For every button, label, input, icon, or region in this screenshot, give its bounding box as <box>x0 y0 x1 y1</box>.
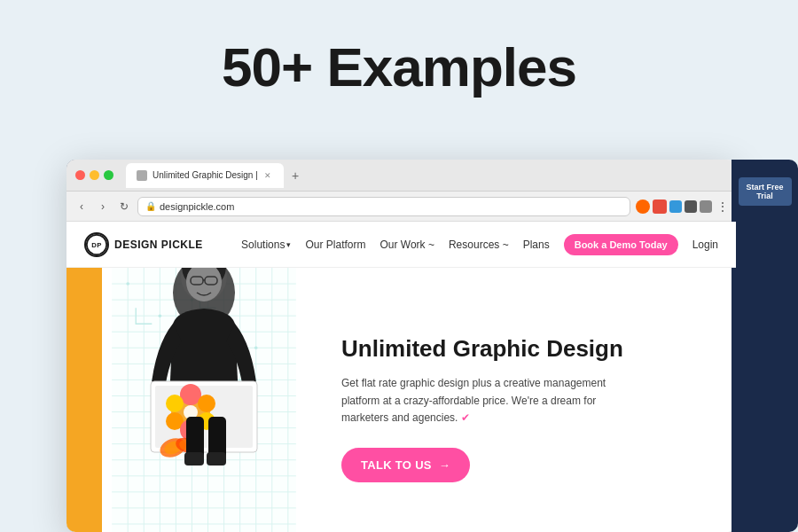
address-text: designpickle.com <box>160 201 234 212</box>
refresh-button[interactable]: ↻ <box>116 199 132 215</box>
tab-close-button[interactable]: ✕ <box>264 171 273 180</box>
person-graphic <box>102 268 306 532</box>
main-heading: 50+ Examples <box>0 0 798 125</box>
address-bar[interactable]: 🔒 designpickle.com <box>137 197 630 216</box>
extension-icon-4[interactable] <box>685 200 697 213</box>
free-trial-badge[interactable]: Start Free Trial <box>739 177 792 206</box>
site-navbar: DP DESIGN PICKLE Solutions ▾ Our Platfor… <box>66 222 736 268</box>
traffic-lights <box>75 170 113 180</box>
nav-plans[interactable]: Plans <box>523 239 550 251</box>
browser-extensions: ⋮ <box>636 200 729 214</box>
hero-image-area <box>102 268 306 532</box>
nav-cta-button[interactable]: Book a Demo Today <box>564 234 678 255</box>
menu-dots[interactable]: ⋮ <box>716 200 729 214</box>
traffic-light-green[interactable] <box>104 170 113 180</box>
hero-title: Unlimited Graphic Design <box>341 335 709 363</box>
arrow-icon: → <box>439 458 450 472</box>
svg-text:DP: DP <box>91 241 102 249</box>
nav-our-work[interactable]: Our Work ~ <box>379 239 434 251</box>
site-nav-links: Solutions ▾ Our Platform Our Work ~ Reso… <box>241 234 718 255</box>
hero-left-stripe <box>66 268 102 532</box>
cta-button-label: TALK TO US <box>361 458 432 472</box>
svg-point-53 <box>198 395 215 412</box>
tab-favicon <box>137 170 147 181</box>
browser-addressbar: ‹ › ↻ 🔒 designpickle.com ⋮ <box>66 192 736 222</box>
back-button[interactable]: ‹ <box>74 199 90 215</box>
nav-login-button[interactable]: Login <box>692 239 718 251</box>
lock-icon: 🔒 <box>145 201 156 211</box>
browser-window: Unlimited Graphic Design | Se... ✕ + ‹ ›… <box>66 160 736 532</box>
hero-right-content: Unlimited Graphic Design Get flat rate g… <box>306 268 736 532</box>
logo-text: DESIGN PICKLE <box>114 239 203 251</box>
traffic-light-red[interactable] <box>75 170 85 180</box>
new-tab-button[interactable]: + <box>287 168 303 184</box>
browser-tabs: Unlimited Graphic Design | Se... ✕ + <box>126 163 303 188</box>
check-icon: ✔ <box>461 411 470 424</box>
chevron-down-icon: ▾ <box>286 240 291 249</box>
browser-tab-active[interactable]: Unlimited Graphic Design | Se... ✕ <box>126 163 284 188</box>
site-logo: DP DESIGN PICKLE <box>84 232 203 257</box>
svg-point-49 <box>166 395 184 412</box>
forward-button[interactable]: › <box>95 199 111 215</box>
svg-rect-62 <box>207 452 226 466</box>
nav-our-platform[interactable]: Our Platform <box>305 239 365 251</box>
website-content: DP DESIGN PICKLE Solutions ▾ Our Platfor… <box>66 222 736 532</box>
extension-icon-5[interactable] <box>700 200 712 213</box>
browser-topbar: Unlimited Graphic Design | Se... ✕ + <box>66 160 736 192</box>
extension-icon-3[interactable] <box>669 200 682 213</box>
site-hero: Unlimited Graphic Design Get flat rate g… <box>66 268 736 532</box>
hero-description: Get flat rate graphic design plus a crea… <box>341 375 607 426</box>
cta-talk-to-us-button[interactable]: TALK TO US → <box>341 448 470 482</box>
svg-rect-61 <box>184 452 204 466</box>
extension-icon-1[interactable] <box>636 200 650 214</box>
nav-resources[interactable]: Resources ~ <box>449 239 509 251</box>
traffic-light-yellow[interactable] <box>90 170 99 180</box>
page-background: 50+ Examples S Unlimited Graphic Design … <box>0 0 798 532</box>
extension-icon-2[interactable] <box>653 200 667 214</box>
nav-solutions[interactable]: Solutions ▾ <box>241 239 291 251</box>
logo-icon: DP <box>84 232 109 257</box>
tab-title: Unlimited Graphic Design | Se... <box>153 170 259 180</box>
right-panel: Start Free Trial <box>732 160 798 532</box>
